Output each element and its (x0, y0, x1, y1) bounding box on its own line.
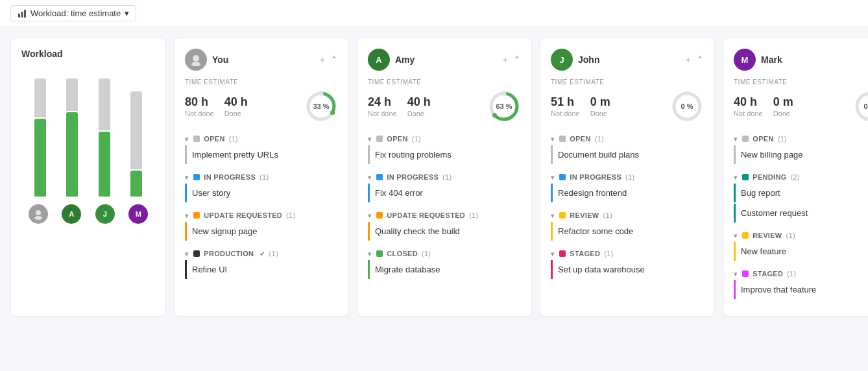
status-header[interactable]: ▾ PRODUCTION✓ (1) (185, 247, 338, 260)
task-item[interactable]: Fix 404 error (368, 184, 521, 202)
status-label: OPEN (753, 135, 773, 143)
done-block: 0 m Done (773, 95, 793, 117)
status-header[interactable]: ▾ OPEN (1) (185, 132, 338, 145)
collapse-icon[interactable]: ⌃ (513, 54, 521, 65)
status-header[interactable]: ▾ PENDING (2) (734, 171, 868, 184)
people-columns: You + ⌃ TIME ESTIMATE 80 h Not done 40 h… (174, 38, 868, 317)
person-actions: + ⌃ (686, 54, 704, 65)
bar-gray (34, 78, 46, 117)
avatar: J (551, 49, 573, 71)
not-done-block: 80 h Not done (185, 95, 214, 117)
status-header[interactable]: ▾ REVIEW (1) (551, 209, 704, 222)
time-stats: 80 h Not done 40 h Done 33 % (185, 90, 338, 123)
task-item[interactable]: Redesign frontend (551, 184, 704, 202)
status-header[interactable]: ▾ IN PROGRESS (1) (368, 171, 521, 184)
bar-group (123, 91, 151, 197)
avatar (29, 204, 48, 224)
status-header[interactable]: ▾ UPDATE REQUESTED (1) (185, 209, 338, 222)
status-header[interactable]: ▾ IN PROGRESS (1) (185, 171, 338, 184)
status-group: ▾ IN PROGRESS (1)User story (185, 171, 338, 202)
task-item[interactable]: Customer request (734, 204, 868, 222)
status-header[interactable]: ▾ OPEN (1) (368, 132, 521, 145)
chevron-icon: ▾ (185, 174, 188, 181)
time-section: TIME ESTIMATE 80 h Not done 40 h Done 33… (185, 78, 338, 123)
status-header[interactable]: ▾ STAGED (1) (734, 267, 868, 280)
status-group: ▾ OPEN (1)New billing page (734, 132, 868, 164)
chevron-icon: ▾ (185, 250, 188, 257)
status-group: ▾ REVIEW (1)New feature (734, 229, 868, 261)
time-label: TIME ESTIMATE (734, 78, 868, 86)
task-item[interactable]: Refactor some code (551, 222, 704, 241)
status-header[interactable]: ▾ REVIEW (1) (734, 229, 868, 242)
task-item[interactable]: Bug report (734, 184, 868, 202)
status-header[interactable]: ▾ STAGED (1) (551, 247, 704, 260)
collapse-icon[interactable]: ⌃ (696, 54, 704, 65)
bar-green (99, 132, 110, 197)
task-item[interactable]: New billing page (734, 145, 868, 164)
done-block: 40 h Done (407, 95, 431, 117)
done-value: 0 m (590, 95, 610, 110)
person-name: John (578, 54, 599, 65)
done-value: 0 m (773, 95, 793, 110)
add-icon[interactable]: + (686, 54, 691, 65)
task-item[interactable]: New signup page (185, 222, 338, 241)
status-label: STAGED (753, 270, 783, 278)
add-icon[interactable]: + (503, 54, 508, 65)
bar-chart (21, 67, 155, 197)
task-item[interactable]: Document build plans (551, 145, 704, 164)
add-icon[interactable]: + (320, 54, 325, 65)
collapse-icon[interactable]: ⌃ (330, 54, 338, 65)
status-label: UPDATE REQUESTED (204, 211, 282, 219)
status-count: (1) (625, 173, 634, 181)
status-group: ▾ PENDING (2)Bug reportCustomer request (734, 171, 868, 222)
done-label: Done (224, 110, 248, 117)
task-item[interactable]: User story (185, 184, 338, 202)
status-count: (1) (442, 173, 452, 181)
status-label: PENDING (753, 173, 786, 181)
task-item[interactable]: Quality check the build (368, 222, 521, 241)
done-block: 0 m Done (590, 95, 610, 117)
not-done-value: 51 h (551, 95, 580, 110)
status-header[interactable]: ▾ OPEN (1) (551, 132, 704, 145)
status-header[interactable]: ▾ UPDATE REQUESTED (1) (368, 209, 521, 222)
bar-green (130, 171, 142, 197)
task-item[interactable]: Implement pretty URLs (185, 145, 338, 164)
chart-icon (18, 9, 27, 18)
status-header[interactable]: ▾ OPEN (1) (734, 132, 868, 145)
avatar (185, 49, 207, 71)
svg-point-3 (36, 210, 41, 215)
task-item[interactable]: New feature (734, 242, 868, 261)
avatar: A (368, 49, 390, 71)
time-stats: 51 h Not done 0 m Done 0 % (551, 90, 704, 123)
person-header: You + ⌃ (185, 49, 338, 71)
person-header: AAmy + ⌃ (368, 49, 521, 71)
chevron-icon: ▾ (368, 174, 371, 181)
status-group: ▾ REVIEW (1)Refactor some code (551, 209, 704, 241)
person-name: Amy (395, 54, 415, 65)
task-item[interactable]: Set up data warehouse (551, 260, 704, 279)
status-label: REVIEW (570, 211, 599, 219)
status-count: (1) (229, 135, 238, 143)
bar-gray (99, 78, 110, 130)
status-header[interactable]: ▾ CLOSED (1) (368, 247, 521, 260)
status-count: (1) (786, 232, 795, 239)
done-value: 40 h (407, 95, 431, 110)
not-done-value: 24 h (368, 95, 397, 110)
chevron-icon: ▾ (551, 250, 554, 257)
task-item[interactable]: Refine UI (185, 260, 338, 279)
task-item[interactable]: Migrate database (368, 260, 521, 279)
svg-rect-2 (24, 10, 26, 18)
status-group: ▾ STAGED (1)Set up data warehouse (551, 247, 704, 279)
status-label: PRODUCTION (204, 250, 254, 257)
donut-label: 0 % (864, 102, 868, 110)
status-count: (1) (422, 250, 431, 257)
svg-point-10 (319, 91, 324, 96)
task-item[interactable]: Improve that feature (734, 280, 868, 299)
workload-btn[interactable]: Workload: time estimate ▾ (10, 5, 136, 21)
person-info: AAmy (368, 49, 415, 71)
chevron-icon: ▾ (368, 136, 371, 143)
status-label: IN PROGRESS (570, 173, 621, 181)
status-header[interactable]: ▾ IN PROGRESS (1) (551, 171, 704, 184)
not-done-block: 51 h Not done (551, 95, 580, 117)
task-item[interactable]: Fix routing problems (368, 145, 521, 164)
